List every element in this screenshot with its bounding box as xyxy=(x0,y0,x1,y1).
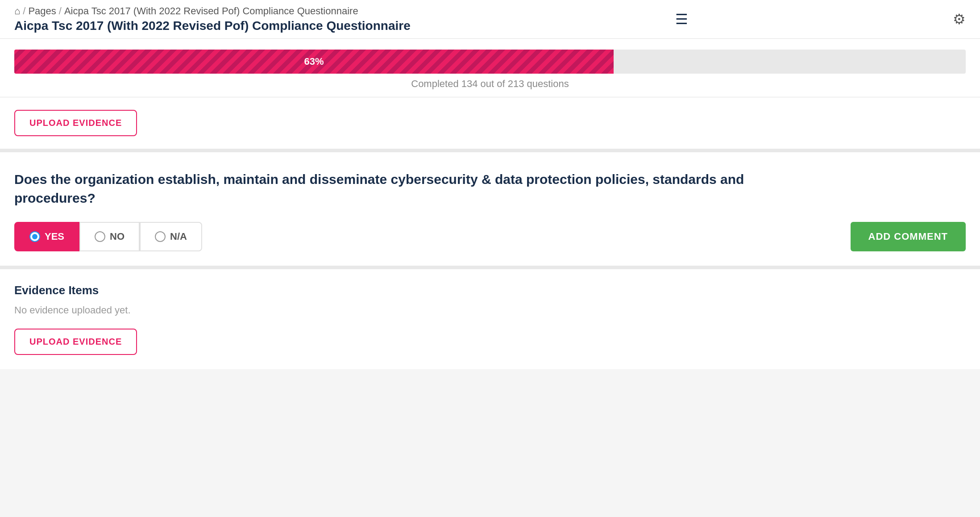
progress-section: 63% Completed 134 out of 213 questions xyxy=(0,39,980,97)
radio-option-na[interactable]: N/A xyxy=(140,222,202,251)
breadcrumb: ⌂ / Pages / Aicpa Tsc 2017 (With 2022 Re… xyxy=(14,5,411,17)
radio-circle-yes xyxy=(29,231,40,242)
breadcrumb-current-page: Aicpa Tsc 2017 (With 2022 Revised Pof) C… xyxy=(64,5,358,17)
evidence-section: Evidence Items No evidence uploaded yet.… xyxy=(0,269,980,369)
radio-label-yes: YES xyxy=(45,231,64,242)
radio-group: YES NO N/A xyxy=(14,222,202,251)
header-center: ☰ xyxy=(675,11,688,28)
add-comment-button[interactable]: ADD COMMENT xyxy=(851,222,966,251)
gear-icon[interactable]: ⚙ xyxy=(953,11,966,27)
progress-status-text: Completed 134 out of 213 questions xyxy=(14,78,966,90)
page-header: ⌂ / Pages / Aicpa Tsc 2017 (With 2022 Re… xyxy=(0,0,980,39)
radio-circle-na xyxy=(155,231,166,242)
breadcrumb-pages[interactable]: Pages xyxy=(28,5,56,17)
upload-evidence-top-button[interactable]: UPLOAD EVIDENCE xyxy=(14,110,137,136)
upload-evidence-top-section: UPLOAD EVIDENCE xyxy=(0,97,980,152)
question-section: Does the organization establish, maintai… xyxy=(0,152,980,269)
breadcrumb-separator-1: / xyxy=(23,5,25,17)
progress-bar-fill: 63% xyxy=(14,50,614,74)
evidence-empty-message: No evidence uploaded yet. xyxy=(14,304,966,316)
radio-label-no: NO xyxy=(110,231,125,242)
progress-percent-label: 63% xyxy=(304,56,324,67)
evidence-title: Evidence Items xyxy=(14,284,966,297)
radio-option-yes[interactable]: YES xyxy=(14,222,79,251)
progress-bar-container: 63% xyxy=(14,50,966,74)
breadcrumb-separator-2: / xyxy=(59,5,62,17)
radio-circle-no xyxy=(95,231,105,242)
home-icon[interactable]: ⌂ xyxy=(14,5,20,17)
header-right: ⚙ xyxy=(953,11,966,28)
hamburger-icon[interactable]: ☰ xyxy=(675,11,688,28)
radio-label-na: N/A xyxy=(170,231,187,242)
radio-option-no[interactable]: NO xyxy=(79,222,140,251)
header-left: ⌂ / Pages / Aicpa Tsc 2017 (With 2022 Re… xyxy=(14,5,411,33)
page-title: Aicpa Tsc 2017 (With 2022 Revised Pof) C… xyxy=(14,19,411,33)
upload-evidence-button[interactable]: UPLOAD EVIDENCE xyxy=(14,329,137,355)
answer-row: YES NO N/A ADD COMMENT xyxy=(14,222,966,251)
question-text: Does the organization establish, maintai… xyxy=(14,170,818,208)
